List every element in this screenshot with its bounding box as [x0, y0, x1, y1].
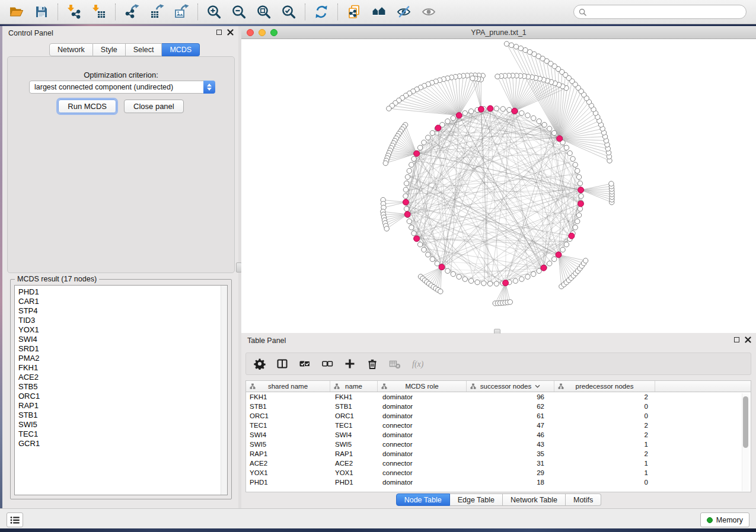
close-panel-icon[interactable]: [227, 29, 234, 36]
mcds-result-item[interactable]: GCR1: [15, 439, 227, 448]
zoom-out-button[interactable]: [228, 2, 250, 22]
toolbar-separator: [58, 4, 58, 20]
zoom-out-icon: [231, 4, 247, 20]
tab-network[interactable]: Network: [49, 43, 93, 56]
mcds-result-item[interactable]: SRD1: [15, 344, 227, 354]
save-session-button[interactable]: [31, 2, 52, 22]
mcds-list-scrollbar[interactable]: [221, 286, 227, 495]
table-row[interactable]: TEC1TEC1connector472: [246, 421, 751, 430]
table-row[interactable]: ACE2ACE2connector311: [246, 459, 751, 468]
mcds-result-item[interactable]: PHD1: [15, 287, 227, 297]
window-zoom-light[interactable]: [270, 29, 277, 36]
svg-text:f(x): f(x): [412, 360, 423, 369]
column-type-icon: [470, 383, 476, 389]
table-cell: RAP1: [246, 450, 330, 457]
optimization-criterion-value: largest connected component (undirected): [30, 83, 203, 91]
column-type-icon: [558, 383, 564, 389]
clone-network-button[interactable]: [343, 2, 365, 22]
mcds-result-item[interactable]: ORC1: [15, 392, 227, 401]
window-minimize-light[interactable]: [259, 29, 266, 36]
mcds-result-item[interactable]: STP4: [15, 306, 227, 316]
column-header-predecessor-nodes[interactable]: predecessor nodes: [554, 381, 655, 392]
export-image-button[interactable]: [171, 2, 192, 22]
column-header-name[interactable]: name: [330, 381, 378, 392]
mcds-result-item[interactable]: PMA2: [15, 354, 227, 363]
memory-button[interactable]: Memory: [700, 512, 749, 527]
table-header-row: shared namenameMCDS rolesuccessor nodesp…: [246, 381, 751, 392]
mcds-result-item[interactable]: TEC1: [15, 430, 227, 439]
table-row[interactable]: PHD1PHD1dominator180: [246, 477, 751, 487]
mcds-result-item[interactable]: STB1: [15, 411, 227, 420]
import-network-button[interactable]: [63, 2, 85, 22]
column-header-successor-nodes[interactable]: successor nodes: [467, 381, 554, 392]
mcds-result-item[interactable]: SWI5: [15, 420, 227, 430]
deselect-all-button[interactable]: [319, 355, 336, 372]
mcds-result-item[interactable]: RAP1: [15, 401, 227, 411]
mcds-result-item[interactable]: STB5: [15, 382, 227, 392]
select-all-button[interactable]: [296, 355, 313, 372]
table-row[interactable]: ORC1ORC1dominator610: [246, 411, 751, 421]
tab-network-table[interactable]: Network Table: [503, 493, 566, 506]
mcds-result-item[interactable]: CAR1: [15, 297, 227, 306]
zoom-fit-button[interactable]: [253, 2, 275, 22]
zoom-selected-button[interactable]: [278, 2, 299, 22]
tab-node-table[interactable]: Node Table: [396, 493, 450, 506]
network-titlebar[interactable]: YPA_prune.txt_1: [241, 26, 756, 39]
delete-column-button[interactable]: [364, 355, 381, 372]
hide-selected-icon: [396, 4, 412, 20]
optimization-criterion-select[interactable]: largest connected component (undirected): [29, 81, 215, 94]
tab-mcds[interactable]: MCDS: [162, 43, 200, 56]
table-cell: 62: [467, 403, 554, 410]
table-row[interactable]: STB1STB1dominator620: [246, 402, 751, 411]
open-file-button[interactable]: [6, 2, 27, 22]
tab-motifs[interactable]: Motifs: [566, 493, 601, 506]
close-panel-button[interactable]: Close panel: [124, 100, 184, 113]
apply-layout-button[interactable]: [311, 2, 332, 22]
task-history-button[interactable]: [7, 512, 23, 527]
table-row[interactable]: FKH1FKH1dominator962: [246, 392, 751, 402]
table-settings-icon: [254, 358, 266, 370]
table-cell: YOX1: [330, 469, 378, 476]
tab-style[interactable]: Style: [93, 43, 126, 56]
table-cell: YOX1: [246, 469, 330, 476]
network-canvas[interactable]: [241, 39, 756, 333]
search-box[interactable]: [573, 5, 747, 19]
table-scrollbar-thumb[interactable]: [743, 396, 748, 448]
close-table-panel-icon[interactable]: [745, 336, 751, 343]
table-row[interactable]: RAP1RAP1dominator352: [246, 449, 751, 459]
search-input[interactable]: [589, 8, 741, 16]
column-header-MCDS-role[interactable]: MCDS role: [378, 381, 467, 392]
run-mcds-button[interactable]: Run MCDS: [58, 100, 116, 113]
tab-edge-table[interactable]: Edge Table: [450, 493, 503, 506]
column-header-shared-name[interactable]: shared name: [246, 381, 330, 392]
float-table-panel-icon[interactable]: [734, 337, 739, 342]
window-close-light[interactable]: [247, 29, 254, 36]
show-columns-button[interactable]: [274, 355, 291, 372]
mcds-result-item[interactable]: FKH1: [15, 363, 227, 373]
network-graph[interactable]: [241, 39, 756, 333]
import-table-button[interactable]: [88, 2, 110, 22]
add-column-button[interactable]: [342, 355, 358, 372]
export-table-button[interactable]: [146, 2, 167, 22]
mcds-result-list[interactable]: PHD1CAR1STP4TID3YOX1SWI4SRD1PMA2FKH1ACE2…: [14, 285, 228, 495]
mcds-result-item[interactable]: TID3: [15, 316, 227, 325]
table-row[interactable]: YOX1YOX1connector291: [246, 468, 751, 477]
table-row[interactable]: SWI5SWI5connector431: [246, 440, 751, 449]
export-network-button[interactable]: [121, 2, 142, 22]
table-cell: 0: [554, 412, 655, 419]
float-panel-icon[interactable]: [216, 30, 222, 35]
table-scrollbar[interactable]: [742, 393, 749, 491]
table-row[interactable]: SWI4SWI4dominator462: [246, 430, 751, 440]
main-toolbar: [0, 0, 756, 24]
mcds-result-item[interactable]: YOX1: [15, 325, 227, 335]
table-cell: ORC1: [246, 412, 330, 419]
mcds-result-item[interactable]: ACE2: [15, 373, 227, 382]
zoom-in-button[interactable]: [203, 2, 225, 22]
list-icon: [10, 516, 20, 524]
table-settings-button[interactable]: [251, 355, 268, 372]
tab-select[interactable]: Select: [126, 43, 162, 56]
network-nodes[interactable]: [381, 41, 615, 306]
first-neighbors-button[interactable]: [368, 2, 390, 22]
hide-selected-button[interactable]: [393, 2, 414, 22]
mcds-result-item[interactable]: SWI4: [15, 335, 227, 344]
